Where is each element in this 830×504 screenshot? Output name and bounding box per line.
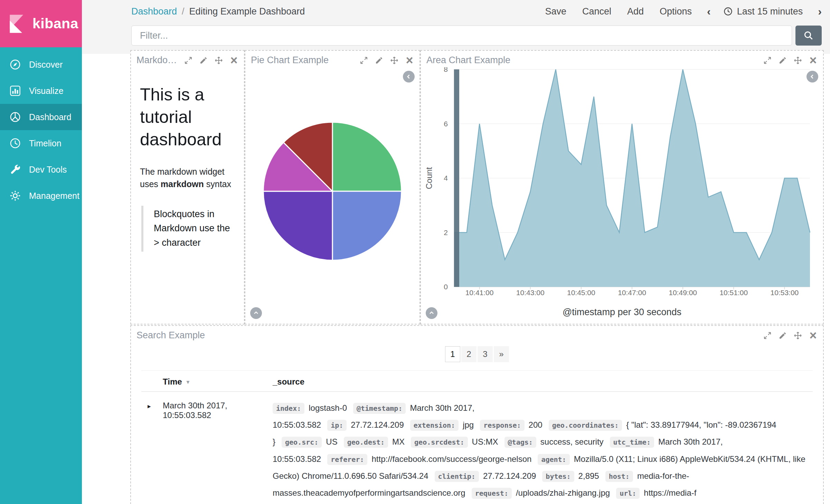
field-key-badge: clientip: xyxy=(435,471,479,482)
area-chart-ylabel: Count xyxy=(424,167,434,189)
table-header-time[interactable]: Time ▼ xyxy=(163,377,273,387)
search-table: Time ▼ _source ▸March 30th 2017, 10:55:0… xyxy=(141,370,813,504)
panel-actions: × xyxy=(356,56,414,65)
panel-title: Area Chart Example xyxy=(426,55,510,66)
sidebar-item-dashboard[interactable]: Dashboard xyxy=(0,104,82,130)
partial-bucket-endzone xyxy=(454,69,459,287)
field-value: 27.72.124.209 xyxy=(483,471,536,481)
svg-text:10:41:00: 10:41:00 xyxy=(465,289,494,297)
field-key-badge: extension: xyxy=(410,420,459,431)
time-picker-label: Last 15 minutes xyxy=(737,6,803,17)
field-value: jpg xyxy=(463,420,474,429)
options-menu-item[interactable]: Options xyxy=(660,6,692,17)
expand-icon[interactable] xyxy=(763,56,772,65)
field-value: https://media-f xyxy=(644,488,696,497)
move-icon[interactable] xyxy=(214,56,223,65)
edit-icon[interactable] xyxy=(778,331,787,340)
field-value: 200 xyxy=(529,420,543,429)
field-key-badge: referer: xyxy=(327,454,367,465)
sidebar-item-management[interactable]: Management xyxy=(0,183,82,209)
move-icon[interactable] xyxy=(793,56,802,65)
svg-text:4: 4 xyxy=(444,174,448,182)
axis-toggle[interactable] xyxy=(426,307,437,319)
row-source-cell: index:logstash-0@timestamp:March 30th 20… xyxy=(273,399,813,501)
search-button[interactable] xyxy=(795,26,822,46)
time-back-chevron-icon[interactable]: ‹ xyxy=(707,6,711,17)
panel-markdown: Markdow... × This is a tutorial dashboar… xyxy=(130,50,245,324)
sort-desc-icon: ▼ xyxy=(186,379,191,385)
kibana-logo-icon xyxy=(6,13,27,35)
table-header-source: _source xyxy=(273,377,813,387)
pie-slice-1[interactable] xyxy=(332,122,402,191)
svg-text:0: 0 xyxy=(444,283,448,291)
filter-input[interactable] xyxy=(131,26,792,46)
add-menu-item[interactable]: Add xyxy=(627,6,644,17)
field-key-badge: url: xyxy=(616,488,640,499)
pie-slice-2[interactable] xyxy=(332,191,402,260)
area-chart-xlabel: @timestamp per 30 seconds xyxy=(421,307,823,318)
kibana-logo[interactable]: kibana xyxy=(0,0,82,47)
edit-icon[interactable] xyxy=(778,56,787,65)
close-icon[interactable]: × xyxy=(405,56,414,65)
close-icon[interactable]: × xyxy=(809,331,818,340)
panel-actions: × xyxy=(760,331,818,340)
sidebar-item-dev-tools[interactable]: Dev Tools xyxy=(0,156,82,183)
breadcrumb-current: Editing Example Dashboard xyxy=(189,6,305,17)
time-picker[interactable]: Last 15 minutes xyxy=(723,6,803,17)
edit-icon[interactable] xyxy=(375,56,384,65)
field-key-badge: agent: xyxy=(538,454,569,465)
legend-toggle[interactable] xyxy=(403,71,415,83)
breadcrumb: Dashboard / Editing Example Dashboard xyxy=(131,6,305,17)
table-row: ▸March 30th 2017, 10:55:03.582index:logs… xyxy=(141,392,813,504)
field-key-badge: host: xyxy=(605,471,633,482)
sidebar-item-visualize[interactable]: Visualize xyxy=(0,78,82,104)
dashboard-icon xyxy=(9,111,21,123)
sidebar-item-label: Discover xyxy=(29,60,63,70)
panel-actions: × xyxy=(760,56,818,65)
breadcrumb-dashboard-link[interactable]: Dashboard xyxy=(131,6,177,17)
save-menu-item[interactable]: Save xyxy=(545,6,566,17)
field-key-badge: response: xyxy=(480,420,524,431)
pagination-page-3[interactable]: 3 xyxy=(478,346,493,362)
pagination-next-button[interactable]: » xyxy=(494,346,509,362)
close-icon[interactable]: × xyxy=(809,56,818,65)
legend-toggle[interactable] xyxy=(807,71,818,83)
field-value: US xyxy=(326,437,337,446)
sidebar-item-discover[interactable]: Discover xyxy=(0,51,82,78)
expand-icon[interactable] xyxy=(184,56,193,65)
field-key-badge: geo.dest: xyxy=(344,437,388,448)
panel-search: Search Example × 123» Time ▼ _source ▸Ma… xyxy=(130,325,824,504)
markdown-content: This is a tutorial dashboard The markdow… xyxy=(131,66,244,252)
svg-text:10:45:00: 10:45:00 xyxy=(567,289,595,297)
expand-icon[interactable] xyxy=(763,331,772,340)
svg-text:10:47:00: 10:47:00 xyxy=(618,289,646,297)
panel-header: Markdow... × xyxy=(131,51,244,66)
field-value: US:MX xyxy=(472,437,498,446)
field-key-badge: request: xyxy=(472,488,512,499)
row-expand-caret-icon[interactable]: ▸ xyxy=(141,399,163,501)
axis-toggle[interactable] xyxy=(250,307,262,319)
search-icon xyxy=(803,30,814,41)
area-chart[interactable]: 0246810:41:0010:43:0010:45:0010:47:0010:… xyxy=(423,67,820,302)
bar-chart-icon xyxy=(9,85,21,97)
field-value: MX xyxy=(392,437,405,446)
breadcrumb-separator: / xyxy=(182,6,185,17)
move-icon[interactable] xyxy=(793,331,802,340)
expand-icon[interactable] xyxy=(359,56,368,65)
svg-text:2: 2 xyxy=(444,229,448,236)
pagination-page-2[interactable]: 2 xyxy=(461,346,477,362)
svg-text:10:53:00: 10:53:00 xyxy=(771,289,799,297)
cancel-menu-item[interactable]: Cancel xyxy=(582,6,611,17)
row-time-cell: March 30th 2017, 10:55:03.582 xyxy=(163,399,273,501)
sidebar-item-timelion[interactable]: Timelion xyxy=(0,130,82,156)
time-forward-chevron-icon[interactable]: › xyxy=(818,6,822,17)
pie-chart[interactable] xyxy=(261,120,404,263)
close-icon[interactable]: × xyxy=(229,56,238,65)
move-icon[interactable] xyxy=(390,56,399,65)
panel-title: Search Example xyxy=(136,330,205,341)
top-menu: SaveCancelAddOptions xyxy=(545,6,692,17)
pagination-page-1[interactable]: 1 xyxy=(445,346,460,362)
edit-icon[interactable] xyxy=(199,56,208,65)
pie-slice-3[interactable] xyxy=(263,191,332,260)
field-key-badge: geo.srcdest: xyxy=(411,437,468,448)
